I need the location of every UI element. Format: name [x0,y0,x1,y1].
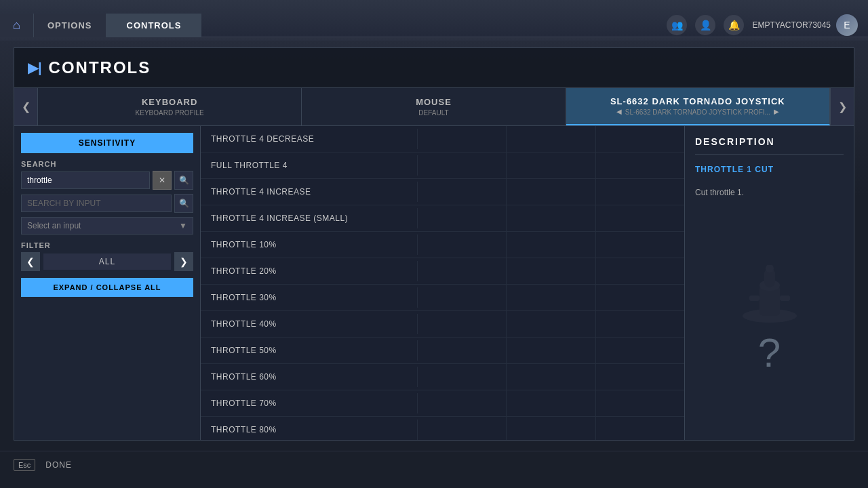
search-submit-button[interactable]: 🔍 [174,171,193,190]
tab-next-button[interactable]: ❯ [830,88,854,125]
control-binding-cell[interactable] [507,417,595,440]
control-name-cell: THROTTLE 20% [201,261,418,281]
main-search-row: ✕ 🔍 [21,171,193,190]
control-binding-cell[interactable] [596,390,684,416]
user-icon[interactable]: 👤 [695,15,715,35]
control-binding-cell[interactable] [418,205,507,231]
tab-joystick[interactable]: SL-6632 DARK TORNADO JOYSTICK ◀ SL-6632 … [566,88,830,125]
control-name-cell: THROTTLE 30% [201,287,418,308]
control-binding-cell[interactable] [596,311,684,337]
main-panel: ▶| CONTROLS ❮ KEYBOARD KEYBOARD PROFILE … [14,47,854,441]
avatar: E [836,14,858,36]
filter-next-button[interactable]: ❯ [174,252,193,271]
tab-sub-prev-icon[interactable]: ◀ [616,108,622,115]
control-name-cell: THROTTLE 4 INCREASE [201,182,418,202]
control-binding-cell[interactable] [507,179,595,205]
control-binding-cell[interactable] [507,152,595,178]
tab-mouse-label: MOUSE [416,97,452,107]
table-row[interactable]: THROTTLE 50% [201,338,684,364]
description-panel: DESCRIPTION THROTTLE 1 CUT Cut throttle … [684,126,854,440]
control-binding-cell[interactable] [418,179,507,205]
control-binding-cell[interactable] [596,232,684,258]
select-dropdown-icon: ▼ [179,221,187,230]
table-row[interactable]: THROTTLE 30% [201,285,684,311]
table-row[interactable]: THROTTLE 80% [201,417,684,440]
group-icon[interactable]: 👥 [667,15,687,35]
control-binding-cell[interactable] [507,285,595,310]
table-row[interactable]: THROTTLE 4 DECREASE [201,126,684,152]
input-search-button[interactable]: 🔍 [174,194,193,213]
control-binding-cell[interactable] [418,232,507,258]
table-row[interactable]: THROTTLE 4 INCREASE [201,179,684,205]
table-row[interactable]: THROTTLE 10% [201,232,684,258]
sensitivity-button[interactable]: SENSITIVITY [21,133,193,153]
control-name-cell: FULL THROTTLE 4 [201,155,418,176]
body-area: SENSITIVITY SEARCH ✕ 🔍 🔍 Select an input… [14,126,854,440]
main-search-input[interactable] [21,171,150,189]
control-name-cell: THROTTLE 40% [201,314,418,334]
control-binding-cell[interactable] [418,390,507,416]
table-row[interactable]: THROTTLE 60% [201,364,684,390]
input-search-field[interactable] [21,195,172,212]
table-row[interactable]: THROTTLE 40% [201,311,684,338]
control-binding-cell[interactable] [418,364,507,390]
select-input-dropdown[interactable]: Select an input ▼ [21,217,193,235]
filter-section-label: FILTER [21,241,193,249]
joystick-preview: ? [695,207,844,430]
controls-table[interactable]: THROTTLE 4 DECREASEFULL THROTTLE 4THROTT… [201,126,684,440]
control-binding-cell[interactable] [596,258,684,284]
control-binding-cell[interactable] [507,364,595,390]
control-binding-cell[interactable] [596,285,684,310]
table-row[interactable]: THROTTLE 20% [201,258,684,285]
control-binding-cell[interactable] [596,364,684,390]
tab-mouse[interactable]: MOUSE DEFAULT [302,88,566,125]
clear-search-button[interactable]: ✕ [153,171,172,190]
svg-rect-5 [749,296,760,301]
control-binding-cell[interactable] [418,258,507,284]
control-binding-cell[interactable] [418,285,507,310]
control-binding-cell[interactable] [596,205,684,231]
home-button[interactable]: ⌂ [0,14,34,37]
nav-controls-button[interactable]: CONTROLS [106,14,202,37]
expand-collapse-button[interactable]: EXPAND / COLLAPSE ALL [21,278,193,297]
table-row[interactable]: THROTTLE 70% [201,390,684,417]
control-binding-cell[interactable] [418,126,507,152]
title-icon: ▶| [28,60,42,76]
tab-prev-button[interactable]: ❮ [14,88,38,125]
control-binding-cell[interactable] [596,126,684,152]
control-binding-cell[interactable] [596,417,684,440]
notification-icon[interactable]: 🔔 [724,15,744,35]
control-name-cell: THROTTLE 60% [201,367,418,387]
topbar: ⌂ OPTIONS CONTROLS 👥 👤 🔔 EMPTYACTOR73045… [0,0,868,37]
filter-prev-button[interactable]: ❮ [21,252,40,271]
filter-row: ❮ ALL ❯ [21,252,193,271]
control-binding-cell[interactable] [418,417,507,440]
input-search-row: 🔍 [21,194,193,213]
bottom-bar: Esc DONE [0,451,868,478]
control-binding-cell[interactable] [507,126,595,152]
tab-keyboard-label: KEYBOARD [142,97,197,107]
control-binding-cell[interactable] [507,390,595,416]
device-tabs: ❮ KEYBOARD KEYBOARD PROFILE MOUSE DEFAUL… [14,88,854,126]
control-binding-cell[interactable] [418,311,507,337]
joystick-image [729,262,810,329]
control-binding-cell[interactable] [507,205,595,231]
table-row[interactable]: THROTTLE 4 INCREASE (SMALL) [201,205,684,232]
control-binding-cell[interactable] [418,152,507,178]
control-binding-cell[interactable] [507,232,595,258]
control-binding-cell[interactable] [507,258,595,284]
control-binding-cell[interactable] [596,152,684,178]
tab-sub-next-icon[interactable]: ▶ [774,108,779,115]
control-binding-cell[interactable] [507,311,595,337]
tab-keyboard[interactable]: KEYBOARD KEYBOARD PROFILE [38,88,302,125]
nav-options-button[interactable]: OPTIONS [34,14,106,37]
table-row[interactable]: FULL THROTTLE 4 [201,152,684,179]
control-name-cell: THROTTLE 50% [201,340,418,361]
tab-joystick-label: SL-6632 DARK TORNADO JOYSTICK [610,96,785,106]
control-binding-cell[interactable] [418,338,507,363]
control-binding-cell[interactable] [596,338,684,363]
control-name-cell: THROTTLE 80% [201,420,418,440]
control-binding-cell[interactable] [596,179,684,205]
filter-all-label: ALL [43,253,171,270]
control-binding-cell[interactable] [507,338,595,363]
